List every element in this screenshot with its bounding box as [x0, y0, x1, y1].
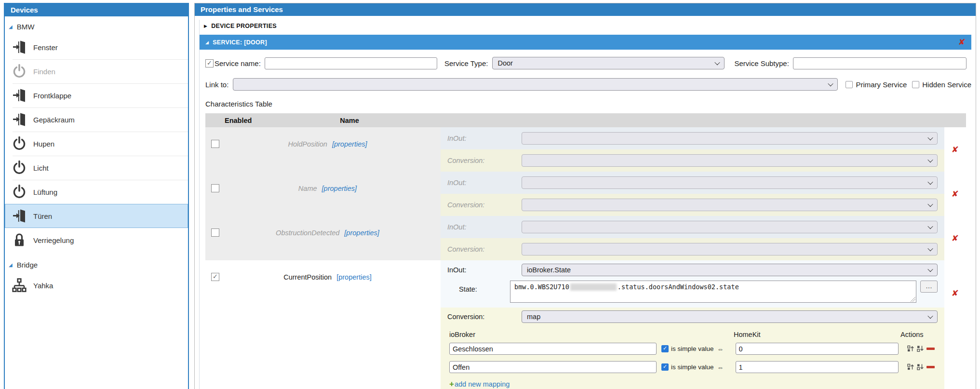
delete-characteristic-button[interactable]: ✘	[951, 234, 959, 242]
service-subtype-label: Service Subtype:	[734, 59, 789, 67]
chevron-down-icon	[927, 201, 933, 207]
service-name-input[interactable]	[265, 57, 437, 69]
service-type-label: Service Type:	[444, 59, 488, 67]
door-icon	[12, 40, 27, 55]
move-down-icon[interactable]	[917, 345, 924, 352]
inout-select[interactable]	[522, 221, 938, 233]
characteristic-enabled-checkbox[interactable]: ✓	[211, 140, 219, 148]
move-up-icon[interactable]	[907, 363, 914, 371]
service-name-checkbox[interactable]: ✓	[205, 59, 214, 67]
mapping-table-header: ioBroker HomeKit Actions	[449, 326, 944, 340]
conversion-select[interactable]	[522, 243, 938, 255]
checkmark-icon: ✓	[207, 60, 212, 66]
characteristic-name-cell: ✓ Name [properties]	[205, 172, 441, 216]
mapping-homekit-input[interactable]	[736, 361, 899, 373]
mapping-row: ✓ is simple value ⇔	[449, 361, 944, 373]
conversion-block: Conversion: map ioBroker HomeKit	[441, 308, 944, 389]
state-input[interactable]: bmw.0.WBS2U710 .status.doorsAndWindows02…	[510, 281, 916, 303]
link-to-label: Link to:	[205, 80, 228, 89]
chevron-down-icon	[927, 157, 933, 162]
move-up-icon[interactable]	[907, 345, 914, 352]
properties-link[interactable]: [properties]	[322, 185, 357, 192]
move-down-icon[interactable]	[917, 363, 924, 371]
characteristic-enabled-checkbox[interactable]: ✓	[211, 228, 219, 237]
characteristic-name: HoldPosition [properties]	[219, 140, 436, 148]
add-new-mapping-link[interactable]: + add new mapping	[449, 379, 944, 389]
device-tree: ◢ BMW Fenster Finden Frontklappe Gepäckr…	[5, 16, 188, 297]
conversion-select[interactable]	[522, 154, 938, 167]
devices-panel-title: Devices	[11, 6, 38, 14]
inout-subrow: InOut:	[441, 216, 944, 238]
characteristic-row-obstructiondetected: ✓ ObstructionDetected [properties] InOut…	[205, 216, 966, 260]
sidebar-item-licht[interactable]: Licht	[5, 156, 188, 180]
power-icon	[12, 136, 27, 151]
sidebar-item-verriegelung[interactable]: Verriegelung	[5, 228, 188, 252]
delete-characteristic-button[interactable]: ✘	[951, 190, 959, 198]
sidebar-item-frontklappe[interactable]: Frontklappe	[5, 83, 188, 107]
service-subtype-input[interactable]	[793, 57, 967, 69]
link-to-select[interactable]	[233, 78, 838, 91]
conversion-select[interactable]: map	[522, 310, 938, 323]
properties-link[interactable]: [properties]	[332, 140, 367, 148]
swap-icon: ⇔	[717, 345, 724, 353]
hidden-service-checkbox[interactable]: ✓	[912, 81, 919, 88]
inout-label: InOut:	[447, 179, 522, 187]
conversion-select[interactable]	[522, 199, 938, 211]
service-name-label: Service name:	[215, 59, 261, 67]
door-icon	[12, 208, 27, 224]
resize-grip-icon[interactable]	[911, 297, 915, 302]
properties-link[interactable]: [properties]	[336, 273, 372, 281]
sidebar-item-label: Yahka	[33, 282, 53, 290]
primary-service-label: Primary Service	[856, 80, 907, 89]
mapping-column-actions: Actions	[900, 331, 924, 338]
door-icon	[12, 88, 27, 103]
redacted-text	[570, 283, 617, 291]
door-icon	[12, 112, 27, 127]
characteristic-row-holdposition: ✓ HoldPosition [properties] InOut:	[205, 127, 966, 172]
sidebar-item-yahka[interactable]: Yahka	[5, 273, 188, 297]
tree-group-label: Bridge	[17, 261, 38, 269]
tree-group-bmw[interactable]: ◢ BMW	[5, 16, 188, 35]
remove-mapping-icon[interactable]	[926, 366, 935, 368]
expand-triangle-icon: ◢	[9, 262, 13, 268]
state-picker-button[interactable]: …	[920, 281, 938, 293]
characteristic-enabled-checkbox[interactable]: ✓	[211, 273, 219, 281]
characteristic-enabled-checkbox[interactable]: ✓	[211, 184, 219, 192]
inout-select[interactable]	[522, 176, 938, 189]
sidebar-item-label: Türen	[33, 212, 52, 220]
delete-characteristic-button[interactable]: ✘	[951, 146, 959, 154]
sidebar-item-lueftung[interactable]: Lüftung	[5, 180, 188, 204]
sidebar-item-fenster[interactable]: Fenster	[5, 35, 188, 59]
inout-select[interactable]	[522, 132, 938, 145]
mapping-homekit-input[interactable]	[736, 343, 899, 355]
delete-characteristic-button[interactable]: ✘	[951, 289, 959, 297]
is-simple-value-checkbox[interactable]: ✓	[661, 345, 669, 352]
sidebar-item-hupen[interactable]: Hupen	[5, 132, 188, 156]
is-simple-value-checkbox[interactable]: ✓	[661, 363, 669, 371]
section-service-door[interactable]: ◢ SERVICE: [DOOR] ✘	[200, 35, 971, 50]
mapping-iobroker-input[interactable]	[449, 343, 657, 355]
service-type-value: Door	[497, 59, 715, 67]
conversion-label: Conversion:	[447, 157, 522, 164]
characteristic-name: Name [properties]	[219, 185, 436, 192]
primary-service-checkbox[interactable]: ✓	[846, 81, 853, 88]
section-device-properties[interactable]: ▶ DEVICE PROPERTIES	[200, 20, 971, 32]
power-icon	[12, 160, 27, 175]
inout-label: InOut:	[447, 134, 522, 142]
service-type-select[interactable]: Door	[492, 57, 725, 69]
device-properties-label: DEVICE PROPERTIES	[211, 23, 277, 29]
properties-link[interactable]: [properties]	[344, 229, 379, 237]
inout-subrow: InOut:	[441, 172, 944, 194]
mapping-actions	[907, 345, 935, 352]
inout-select[interactable]: ioBroker.State	[522, 264, 938, 276]
lock-icon	[12, 232, 27, 248]
sidebar-item-gepaeckraum[interactable]: Gepäckraum	[5, 107, 188, 132]
mapping-iobroker-input[interactable]	[449, 361, 657, 373]
properties-panel-header: Properties and Services	[195, 3, 976, 16]
sidebar-item-tueren[interactable]: Türen	[5, 204, 188, 228]
characteristic-row-currentposition: ✓ CurrentPosition [properties] InOut:	[205, 260, 966, 389]
tree-group-bridge[interactable]: ◢ Bridge	[5, 252, 188, 273]
delete-service-button[interactable]: ✘	[958, 38, 966, 46]
sidebar-item-finden[interactable]: Finden	[5, 59, 188, 83]
remove-mapping-icon[interactable]	[926, 348, 935, 350]
